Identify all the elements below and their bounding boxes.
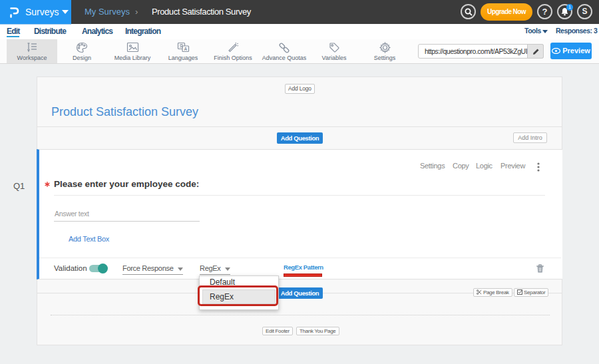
svg-text:A: A bbox=[184, 47, 187, 51]
